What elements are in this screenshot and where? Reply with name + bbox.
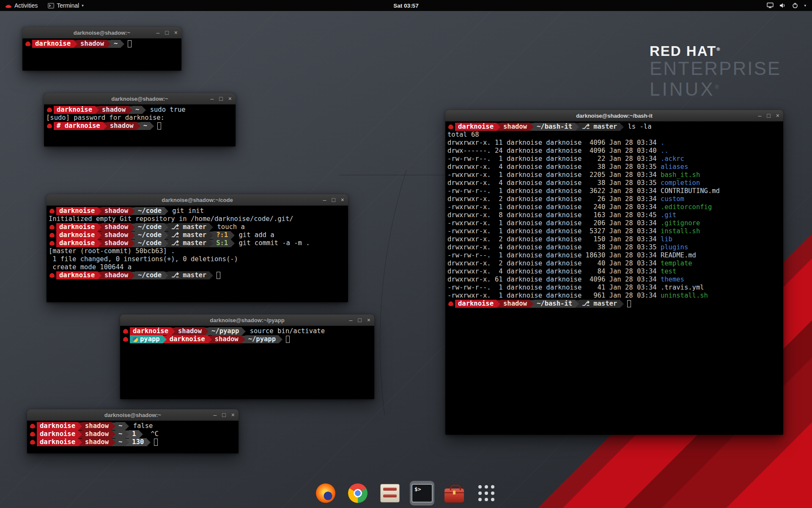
- redhat-prompt-icon: [49, 273, 55, 278]
- prompt-segment-host: shadow: [500, 123, 530, 131]
- minimize-button[interactable]: –: [211, 96, 214, 102]
- python-icon: [133, 337, 138, 342]
- app-menu-terminal[interactable]: Terminal ▾: [43, 0, 88, 11]
- prompt-segment-path: ~/pyapp: [208, 327, 242, 335]
- terminal-cursor: [217, 272, 220, 279]
- file-name: CONTRIBUTING.md: [661, 187, 720, 195]
- prompt-segment-host: shadow: [212, 335, 241, 343]
- file-name: .ackrc: [661, 155, 684, 163]
- window-titlebar[interactable]: darknoise@shadow:~/code – □ ×: [47, 194, 348, 206]
- file-name: custom: [661, 195, 684, 203]
- minimize-button[interactable]: –: [349, 317, 353, 323]
- window-titlebar[interactable]: darknoise@shadow:~/bash-it – □ ×: [445, 110, 783, 121]
- display-icon: [767, 3, 774, 8]
- prompt-segment-user: darknoise: [56, 223, 98, 231]
- redhat-prompt-icon: [448, 124, 453, 129]
- command-text: sudo true: [146, 106, 185, 114]
- window-titlebar[interactable]: darknoise@shadow:~/pyapp – □ ×: [120, 315, 374, 326]
- prompt-segment-gitq: ?:1: [213, 231, 231, 239]
- powerline-separator-icon: [231, 232, 235, 239]
- powerline-separator-icon: [95, 106, 99, 114]
- file-name: completion: [661, 179, 700, 187]
- chrome-icon[interactable]: [346, 481, 370, 505]
- clock[interactable]: Sat 03:57: [393, 3, 418, 9]
- terminal-output-line: drwxrwxr-x. 4 darknoise darknoise 38 Jan…: [447, 243, 781, 251]
- firefox-icon[interactable]: [313, 481, 338, 505]
- terminal-content[interactable]: darknoiseshadow~ sudo true[sudo] passwor…: [44, 105, 236, 146]
- close-button[interactable]: ×: [174, 30, 178, 36]
- window-title: darknoise@shadow:~: [104, 412, 161, 418]
- terminal-content[interactable]: darknoiseshadow~/pyapp source bin/activa…: [120, 326, 374, 399]
- powerline-separator-icon: [575, 300, 579, 308]
- terminal-icon[interactable]: $>: [410, 481, 434, 505]
- terminal-window-exit-codes[interactable]: darknoise@shadow:~ – □ × darknoiseshadow…: [27, 409, 239, 453]
- window-titlebar[interactable]: darknoise@shadow:~ – □ ×: [22, 27, 181, 39]
- minimize-button[interactable]: –: [214, 412, 217, 418]
- prompt-segment-git: ⎇ master: [168, 223, 209, 231]
- terminal-window-sudo[interactable]: darknoise@shadow:~ – □ × darknoiseshadow…: [44, 93, 236, 146]
- terminal-prompt-line: # darknoiseshadow~: [46, 122, 233, 130]
- file-name: themes: [661, 276, 684, 283]
- maximize-button[interactable]: □: [222, 412, 225, 418]
- terminal-prompt-line: darknoiseshadow~ false: [29, 422, 236, 430]
- file-name: aliases: [661, 163, 688, 171]
- powerline-separator-icon: [131, 232, 135, 239]
- powerline-separator-icon: [131, 207, 135, 215]
- powerline-separator-icon: [241, 336, 245, 343]
- app-grid-icon[interactable]: [474, 481, 499, 505]
- maximize-button[interactable]: □: [358, 317, 361, 323]
- powerline-separator-icon: [165, 240, 168, 247]
- close-button[interactable]: ×: [776, 113, 779, 119]
- redhat-prompt-icon: [49, 241, 55, 246]
- terminal-window-code[interactable]: darknoise@shadow:~/code – □ × darknoises…: [47, 194, 348, 302]
- terminal-output-line: -rwxrwxr-x. 1 darknoise darknoise 240 Ja…: [447, 203, 781, 211]
- powerline-separator-icon: [209, 232, 213, 239]
- terminal-prompt-line: darknoiseshadow~/code⎇ master: [49, 271, 346, 279]
- powerline-separator-icon: [575, 123, 579, 131]
- prompt-segment-user: darknoise: [56, 231, 98, 239]
- terminal-content[interactable]: darknoiseshadow~: [22, 39, 181, 71]
- terminal-window-bash-it[interactable]: darknoise@shadow:~/bash-it – □ × darknoi…: [445, 110, 783, 435]
- redhat-prompt-icon: [123, 337, 128, 342]
- prompt-segment-user: darknoise: [37, 422, 78, 430]
- prompt-segment-path: ~/code: [135, 271, 165, 279]
- window-titlebar[interactable]: darknoise@shadow:~ – □ ×: [44, 93, 236, 105]
- maximize-button[interactable]: □: [219, 96, 222, 102]
- maximize-button[interactable]: □: [767, 113, 770, 119]
- window-titlebar[interactable]: darknoise@shadow:~ – □ ×: [27, 409, 239, 421]
- powerline-separator-icon: [74, 40, 77, 48]
- prompt-segment-git: ⎇ master: [579, 300, 620, 308]
- powerline-separator-icon: [125, 439, 129, 446]
- powerline-separator-icon: [112, 422, 115, 430]
- minimize-button[interactable]: –: [758, 113, 762, 119]
- prompt-segment-path: ~: [111, 40, 121, 48]
- command-text: git add a: [235, 231, 274, 239]
- system-menu[interactable]: ▾: [763, 0, 809, 11]
- close-button[interactable]: ×: [367, 317, 370, 323]
- terminal-content[interactable]: darknoiseshadow~/code git initInitialize…: [47, 206, 348, 302]
- prompt-segment-user: darknoise: [56, 207, 98, 215]
- maximize-button[interactable]: □: [165, 30, 168, 36]
- minimize-button[interactable]: –: [323, 197, 326, 203]
- prompt-segment-git: ⎇ master: [168, 271, 209, 279]
- terminal-content[interactable]: darknoiseshadow~ falsedarknoiseshadow~1 …: [27, 421, 239, 453]
- file-name: template: [661, 260, 692, 267]
- toolbox-icon[interactable]: [442, 481, 466, 505]
- files-icon[interactable]: [378, 481, 402, 505]
- powerline-separator-icon: [78, 422, 82, 430]
- minimize-button[interactable]: –: [156, 30, 160, 36]
- close-button[interactable]: ×: [341, 197, 344, 203]
- powerline-separator-icon: [142, 106, 146, 114]
- file-name: .git: [661, 211, 676, 219]
- activities-button[interactable]: Activities: [0, 0, 43, 11]
- terminal-prompt-line: darknoiseshadow~/code⎇ masterS:1 git com…: [49, 239, 346, 247]
- close-button[interactable]: ×: [228, 96, 232, 102]
- terminal-content[interactable]: darknoiseshadow~/bash-it⎇ master ls -lat…: [445, 121, 783, 435]
- terminal-window-pyapp[interactable]: darknoise@shadow:~/pyapp – □ × darknoise…: [120, 315, 374, 399]
- powerline-separator-icon: [171, 328, 175, 335]
- wallpaper-hairline: [339, 175, 449, 175]
- maximize-button[interactable]: □: [332, 197, 335, 203]
- powerline-separator-icon: [98, 207, 102, 215]
- close-button[interactable]: ×: [231, 412, 235, 418]
- terminal-window-home-1[interactable]: darknoise@shadow:~ – □ × darknoiseshadow…: [22, 27, 181, 71]
